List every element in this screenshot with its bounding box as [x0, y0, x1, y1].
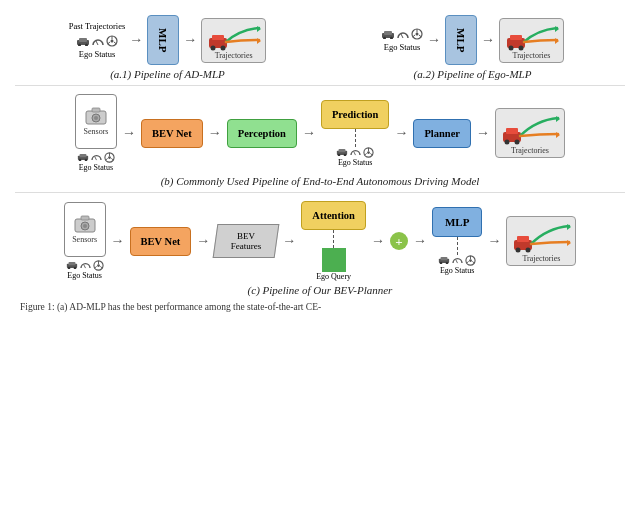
a1-icons-row [76, 35, 118, 47]
svg-point-34 [94, 116, 98, 120]
svg-rect-65 [81, 216, 89, 220]
c-dashed-v [333, 230, 334, 248]
svg-line-40 [95, 157, 97, 161]
c-attention-label: Attention [312, 210, 355, 221]
svg-rect-11 [212, 35, 224, 40]
c-bev-features-box: BEVFeatures [213, 224, 280, 258]
b-dashed-v-1 [355, 129, 356, 147]
a1-arrow-2: → [183, 33, 197, 47]
b-planner-box: Planner [413, 119, 471, 148]
b-sensors-box: Sensors [75, 94, 117, 149]
a1-caption: (a.1) Pipeline of AD-MLP [110, 68, 225, 80]
b2-speedometer-icon [350, 147, 361, 156]
a2-arrow-2: → [481, 33, 495, 47]
c2-speedometer-icon [452, 255, 463, 264]
b-caption: (b) Commonly Used Pipeline of End-to-End… [15, 175, 625, 187]
a2-car-icon [381, 29, 395, 39]
c-ego-status-right-label: Ego Status [440, 266, 474, 275]
c-bev-net-box: BEV Net [130, 227, 192, 256]
a2-caption: (a.2) Pipeline of Ego-MLP [414, 68, 532, 80]
c-bev-net-label: BEV Net [141, 236, 181, 247]
svg-rect-57 [506, 128, 518, 134]
c-mlp-label: MLP [445, 216, 469, 228]
svg-rect-1 [79, 38, 87, 42]
c-trajectories-box: Trajectories [506, 216, 576, 266]
c-sensors-label: Sensors [72, 235, 97, 244]
section-a: Past Trajectories Ego Status → MLP [15, 15, 625, 80]
car-icon [76, 36, 90, 46]
c-arrow-4: → [371, 234, 385, 248]
a2-inputs: Ego Status [381, 28, 423, 52]
b-sensors-col: Sensors Ego Status [75, 94, 117, 172]
svg-point-52 [367, 151, 370, 154]
svg-point-22 [416, 33, 419, 36]
b2-steering-icon [363, 147, 374, 158]
b-planner-label: Planner [424, 128, 460, 139]
c-dashed-v-2 [457, 237, 458, 255]
svg-point-90 [525, 248, 530, 253]
a1-trajectories-box: Trajectories [201, 18, 266, 63]
c-car-icon [66, 260, 78, 269]
a2-trajectories-box: Trajectories [499, 18, 564, 63]
a1-ego-status-label: Ego Status [79, 49, 116, 59]
steering-wheel-icon [106, 35, 118, 47]
svg-point-83 [469, 259, 472, 262]
svg-rect-27 [510, 35, 522, 40]
svg-line-4 [96, 41, 98, 45]
svg-point-42 [108, 156, 111, 159]
svg-point-58 [504, 140, 509, 145]
svg-rect-35 [92, 108, 100, 112]
a1-traj-label: Trajectories [215, 51, 253, 60]
c-arrow-1: → [111, 234, 125, 248]
svg-rect-17 [384, 31, 392, 35]
c-sensors-col: Sensors Ego Status [64, 202, 106, 280]
pipeline-a1: Past Trajectories Ego Status → MLP [15, 15, 320, 80]
svg-rect-67 [68, 262, 75, 265]
c-caption: (c) Pipeline of Our BEV-Planner [15, 284, 625, 296]
c-arrow-5: → [413, 234, 427, 248]
c-ego-icons-2 [438, 255, 476, 266]
b-perception-label: Perception [238, 128, 286, 139]
c-attention-col: Attention Ego Query [301, 201, 366, 281]
section-c: Sensors Ego Status → BEV Net → BEVFeatur… [15, 192, 625, 296]
svg-rect-88 [517, 236, 529, 242]
b-prediction-label: Prediction [332, 109, 378, 120]
b-main-row: Sensors Ego Status → BEV Net → Perceptio… [15, 94, 625, 172]
b-speedometer-icon [91, 152, 102, 161]
a2-ego-status-label: Ego Status [384, 42, 421, 52]
a1-past-trajectories-label: Past Trajectories [69, 21, 125, 32]
b-arrow-2: → [208, 126, 222, 140]
camera-icon [85, 107, 107, 125]
c-arrow-3: → [282, 234, 296, 248]
a1-mlp-label: MLP [157, 28, 169, 52]
a2-speedometer-icon [397, 29, 409, 39]
svg-rect-47 [339, 148, 346, 151]
b-prediction-box: Prediction [321, 100, 389, 129]
a2-mlp-box: MLP [445, 15, 477, 65]
c-mlp-col: MLP Ego Status [432, 207, 482, 275]
a1-inputs: Past Trajectories Ego Status [69, 21, 125, 58]
b-sensors-label: Sensors [84, 127, 109, 136]
c-camera-icon [74, 215, 96, 233]
svg-point-89 [515, 248, 520, 253]
c-bev-features-label: BEVFeatures [224, 231, 268, 251]
b-arrow-3: → [302, 126, 316, 140]
c-attention-box: Attention [301, 201, 366, 230]
svg-rect-78 [441, 257, 448, 260]
svg-point-76 [323, 249, 345, 271]
c-ego-query-circle [322, 248, 346, 272]
a2-traj-label: Trajectories [513, 51, 551, 60]
svg-line-70 [83, 265, 85, 269]
svg-line-20 [401, 34, 403, 38]
svg-point-59 [514, 140, 519, 145]
c-arrow-2: → [196, 234, 210, 248]
svg-point-6 [111, 39, 114, 42]
a1-mlp-box: MLP [147, 15, 179, 65]
b-arrow-5: → [476, 126, 490, 140]
c-steering-icon [93, 260, 104, 271]
b-arrow-1: → [122, 126, 136, 140]
a2-pipeline-row: Ego Status → MLP → [381, 15, 564, 65]
a2-mlp-label: MLP [455, 28, 467, 52]
section-b: Sensors Ego Status → BEV Net → Perceptio… [15, 85, 625, 187]
b-bev-net-label: BEV Net [152, 128, 192, 139]
